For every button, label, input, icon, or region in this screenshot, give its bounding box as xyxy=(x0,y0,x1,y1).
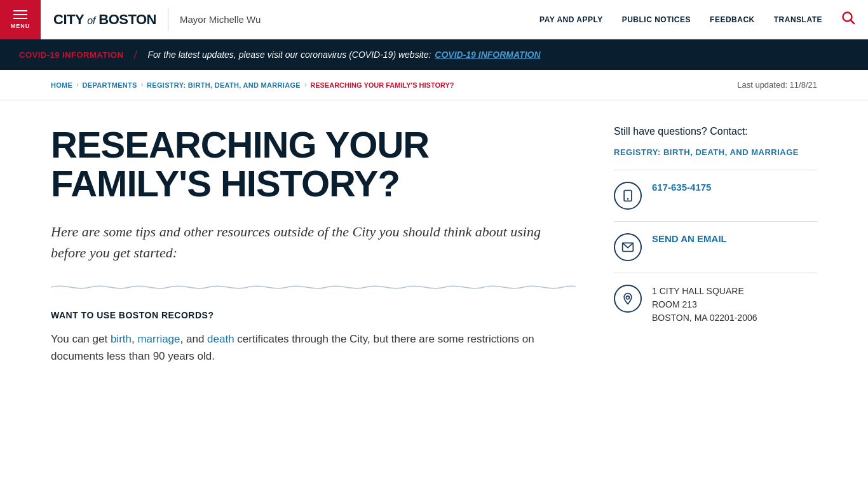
logo-divider xyxy=(168,8,168,31)
breadcrumb-current: RESEARCHING YOUR FAMILY'S HISTORY? xyxy=(310,81,454,89)
phone-icon xyxy=(614,182,642,210)
breadcrumb-registry[interactable]: REGISTRY: BIRTH, DEATH, AND MARRIAGE xyxy=(147,81,301,89)
site-header: MENU CITY of BOSTON Mayor Michelle Wu PA… xyxy=(0,0,868,39)
email-icon xyxy=(614,233,642,261)
menu-bar-3 xyxy=(13,18,27,19)
logo-area: CITY of BOSTON Mayor Michelle Wu xyxy=(41,8,273,31)
section-heading: WANT TO USE BOSTON RECORDS? xyxy=(51,310,576,320)
menu-button[interactable]: MENU xyxy=(0,0,41,39)
contact-phone-item: 617-635-4175 xyxy=(614,170,817,221)
address-info: 1 CITY HALL SQUARE ROOM 213 BOSTON, MA 0… xyxy=(652,285,757,325)
covid-banner: COVID-19 INFORMATION / For the latest up… xyxy=(0,39,868,70)
birth-link[interactable]: birth xyxy=(111,333,132,345)
contact-email-item: SEND AN EMAIL xyxy=(614,221,817,273)
header-nav: PAY AND APPLY PUBLIC NOTICES FEEDBACK TR… xyxy=(539,11,868,28)
email-info: SEND AN EMAIL xyxy=(652,233,727,244)
phone-info: 617-635-4175 xyxy=(652,182,711,193)
death-link[interactable]: death xyxy=(207,333,234,345)
covid-banner-link[interactable]: COVID-19 INFORMATION xyxy=(435,50,540,60)
nav-translate[interactable]: TRANSLATE xyxy=(774,15,822,24)
svg-point-5 xyxy=(627,296,630,299)
contact-address-item: 1 CITY HALL SQUARE ROOM 213 BOSTON, MA 0… xyxy=(614,273,817,336)
page-title: RESEARCHING YOUR FAMILY'S HISTORY? xyxy=(51,126,576,203)
address-line3: BOSTON, MA 02201-2006 xyxy=(652,311,757,325)
breadcrumb-sep-1: › xyxy=(76,81,78,88)
search-button[interactable] xyxy=(841,11,855,28)
location-icon xyxy=(614,285,642,313)
search-icon xyxy=(841,11,855,25)
section-body-before: You can get xyxy=(51,333,111,345)
content-area: RESEARCHING YOUR FAMILY'S HISTORY? Here … xyxy=(51,126,576,365)
menu-label: MENU xyxy=(11,23,31,29)
section-body: You can get birth, marriage, and death c… xyxy=(51,330,576,365)
nav-public-notices[interactable]: PUBLIC NOTICES xyxy=(622,15,691,24)
wavy-divider xyxy=(51,282,576,292)
page-subtitle: Here are some tips and other resources o… xyxy=(51,221,576,263)
nav-pay-and-apply[interactable]: PAY AND APPLY xyxy=(539,15,603,24)
covid-banner-label: COVID-19 INFORMATION xyxy=(19,50,123,60)
breadcrumb-departments[interactable]: DEPARTMENTS xyxy=(83,81,137,89)
nav-feedback[interactable]: FEEDBACK xyxy=(710,15,755,24)
email-link[interactable]: SEND AN EMAIL xyxy=(652,233,727,244)
menu-bar-1 xyxy=(13,10,27,11)
sidebar-dept-link[interactable]: REGISTRY: BIRTH, DEATH, AND MARRIAGE xyxy=(614,147,817,157)
svg-line-1 xyxy=(851,20,855,24)
address-line1: 1 CITY HALL SQUARE xyxy=(652,285,757,298)
covid-divider: / xyxy=(133,48,137,62)
last-updated: Last updated: 11/8/21 xyxy=(737,80,817,90)
breadcrumb-bar: HOME › DEPARTMENTS › REGISTRY: BIRTH, DE… xyxy=(0,70,868,100)
breadcrumb: HOME › DEPARTMENTS › REGISTRY: BIRTH, DE… xyxy=(51,81,454,89)
sidebar-question: Still have questions? Contact: xyxy=(614,126,817,137)
breadcrumb-sep-2: › xyxy=(141,81,143,88)
address-line2: ROOM 213 xyxy=(652,298,757,311)
main-content: RESEARCHING YOUR FAMILY'S HISTORY? Here … xyxy=(0,100,868,403)
menu-bar-2 xyxy=(13,14,27,15)
sidebar: Still have questions? Contact: REGISTRY:… xyxy=(614,126,817,365)
covid-banner-message: For the latest updates, please visit our… xyxy=(147,50,431,60)
city-boston-logo: CITY of BOSTON xyxy=(53,11,156,28)
phone-number[interactable]: 617-635-4175 xyxy=(652,182,711,193)
breadcrumb-sep-3: › xyxy=(304,81,306,88)
mayor-name: Mayor Michelle Wu xyxy=(180,14,261,25)
marriage-link[interactable]: marriage xyxy=(137,333,180,345)
breadcrumb-home[interactable]: HOME xyxy=(51,81,72,89)
